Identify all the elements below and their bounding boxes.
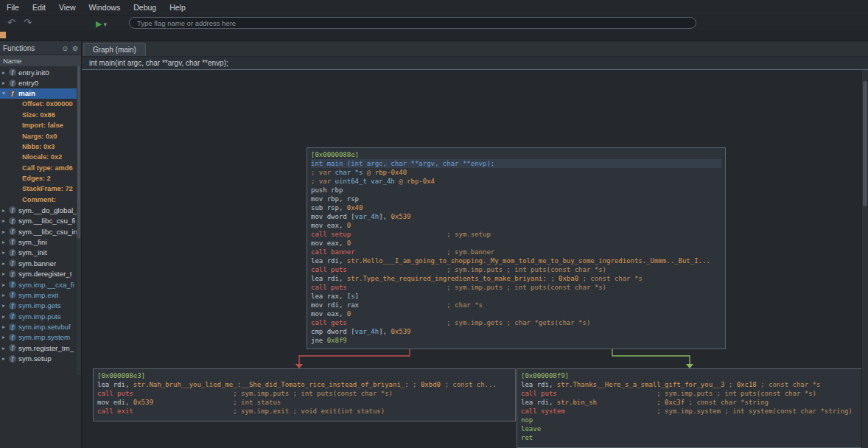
vertical-scrollbar-thumb[interactable]	[863, 81, 867, 206]
function-detail-row[interactable]: Comment:	[0, 195, 81, 205]
sidebar-scrollbar[interactable]	[77, 66, 81, 375]
asm-line[interactable]: mov eax, 0	[311, 221, 721, 230]
asm-line[interactable]: mov eax, 0	[311, 239, 721, 248]
expand-arrow-icon[interactable]: ▸	[2, 260, 9, 267]
asm-line[interactable]: mov edi, 0x539 ; int status	[97, 398, 511, 407]
expand-arrow-icon[interactable]: ▸	[2, 228, 9, 235]
menu-debug[interactable]: Debug	[127, 3, 163, 12]
expand-arrow-icon[interactable]: ▸	[2, 69, 9, 76]
expand-arrow-icon[interactable]: ▸	[2, 249, 9, 256]
expand-arrow-icon[interactable]: ▸	[2, 292, 9, 298]
menu-file[interactable]: File	[0, 3, 26, 12]
search-input[interactable]	[129, 17, 696, 29]
column-header-name[interactable]: Name	[0, 55, 81, 67]
asm-line[interactable]: call puts ; sym.imp.puts ; int puts(cons…	[311, 283, 721, 292]
asm-line[interactable]: ; var uint64_t var_4h @ rbp-0x4	[311, 177, 721, 186]
asm-line[interactable]: ; var char *s @ rbp-0x40	[311, 168, 721, 177]
menu-edit[interactable]: Edit	[26, 3, 52, 12]
asm-line[interactable]: lea rdi, str.Thanks__Here_s_a_small_gift…	[521, 380, 864, 389]
menu-view[interactable]: View	[52, 3, 83, 12]
basic-block-0x88e[interactable]: [0x0000088e]int main (int argc, char **a…	[307, 147, 726, 349]
function-detail-row[interactable]: Import: false	[0, 120, 81, 130]
expand-arrow-icon[interactable]: ▾	[2, 90, 9, 97]
menu-windows[interactable]: Windows	[83, 3, 127, 12]
asm-line[interactable]: call puts ; sym.imp.puts ; int puts(cons…	[311, 265, 721, 274]
function-detail-row[interactable]: Edges: 2	[0, 173, 81, 183]
asm-line[interactable]: call puts ; sym.imp.puts ; int puts(cons…	[521, 389, 864, 398]
function-detail-row[interactable]: StackFrame: 72	[0, 183, 81, 194]
asm-line[interactable]: nop	[521, 416, 864, 424]
function-item[interactable]: ▸ƒsym.__do_global_	[0, 205, 81, 215]
function-detail-row[interactable]: Offset: 0x00000	[0, 99, 81, 109]
asm-line[interactable]: mov eax, 0	[311, 309, 721, 318]
expand-arrow-icon[interactable]: ▸	[2, 207, 9, 214]
asm-line[interactable]: call exit ; sym.imp.exit ; void exit(int…	[97, 407, 511, 416]
function-item[interactable]: ▸ƒsym.__libc_csu_fi	[0, 215, 81, 225]
asm-line[interactable]: push rbp	[311, 186, 721, 195]
function-item[interactable]: ▸ƒsym.setup	[0, 354, 81, 364]
expand-arrow-icon[interactable]: ▸	[2, 80, 9, 86]
run-button[interactable]: ▶▾	[96, 15, 107, 32]
asm-line[interactable]: lea rax, [s]	[311, 292, 721, 301]
asm-line[interactable]: sub rsp, 0x40	[311, 203, 721, 212]
expand-arrow-icon[interactable]: ▸	[2, 270, 9, 277]
asm-line[interactable]: mov dword [var_4h], 0x539	[311, 212, 721, 221]
asm-line[interactable]: leave	[521, 424, 864, 433]
function-item[interactable]: ▸ƒsym.imp.gets	[0, 301, 81, 311]
asm-line[interactable]: jne 0x8f9	[311, 336, 721, 345]
function-detail-row[interactable]: Nbbs: 0x3	[0, 141, 81, 152]
function-item[interactable]: ▸ƒsym.register_tm_	[0, 343, 81, 353]
function-item[interactable]: ▸ƒsym.imp.setvbuf	[0, 321, 81, 332]
tab-graph-main[interactable]: Graph (main)	[83, 43, 146, 56]
function-detail-row[interactable]: Call type: amd6	[0, 163, 81, 173]
function-item[interactable]: ▸ƒsym.imp.exit	[0, 290, 81, 300]
function-item[interactable]: ▸ƒsym.banner	[0, 258, 81, 268]
asm-line[interactable]: cmp dword [var_4h], 0x539	[311, 327, 721, 336]
asm-line[interactable]: call system ; sym.imp.system ; int syste…	[521, 407, 864, 416]
panel-target-icon[interactable]: ⊙	[63, 45, 69, 52]
function-item[interactable]: ▸ƒsym.imp.system	[0, 332, 81, 343]
asm-line[interactable]: lea rdi, str.Nah_bruh__you_lied_me_:__Sh…	[97, 380, 511, 389]
panel-gear-icon[interactable]: ⚙	[72, 45, 78, 52]
asm-line[interactable]: lea rdi, str.Type_the_required_ingredien…	[311, 274, 721, 283]
asm-line[interactable]: int main (int argc, char **argv, char **…	[311, 159, 721, 168]
function-item[interactable]: ▸ƒentry.init0	[0, 67, 81, 77]
function-item[interactable]: ▸ƒsym.imp.__cxa_fi	[0, 279, 81, 290]
expand-arrow-icon[interactable]: ▸	[2, 217, 9, 224]
function-item[interactable]: ▸ƒsym._fini	[0, 237, 81, 247]
function-item[interactable]: ▸ƒentry0	[0, 77, 81, 88]
asm-line[interactable]: lea rdi, str.bin_sh ; 0xc3f ; const char…	[521, 398, 864, 407]
expand-arrow-icon[interactable]: ▸	[2, 313, 9, 320]
menu-help[interactable]: Help	[163, 3, 192, 12]
expand-arrow-icon[interactable]: ▸	[2, 355, 9, 362]
asm-line[interactable]: ret	[521, 433, 864, 442]
function-item[interactable]: ▾ƒmain	[0, 88, 81, 99]
graph-view[interactable]: [0x0000088e]int main (int argc, char **a…	[82, 70, 868, 448]
expand-arrow-icon[interactable]: ▸	[2, 334, 9, 340]
asm-line[interactable]: call banner ; sym.banner	[311, 248, 721, 256]
asm-line[interactable]: call puts ; sym.imp.puts ; int puts(cons…	[97, 389, 511, 398]
function-item[interactable]: ▸ƒsym.imp.puts	[0, 311, 81, 321]
expand-arrow-icon[interactable]: ▸	[2, 345, 9, 351]
function-item[interactable]: ▸ƒsym._init	[0, 248, 81, 258]
function-detail-row[interactable]: Nargs: 0x0	[0, 130, 81, 141]
expand-arrow-icon[interactable]: ▸	[2, 239, 9, 245]
back-icon[interactable]: ↶	[7, 16, 15, 29]
expand-arrow-icon[interactable]: ▸	[2, 323, 9, 330]
forward-icon[interactable]: ↷	[24, 16, 32, 29]
basic-block-0x8f9[interactable]: [0x000008f9]lea rdi, str.Thanks__Here_s_…	[517, 368, 868, 448]
asm-line[interactable]: call setup ; sym.setup	[311, 230, 721, 239]
expand-arrow-icon[interactable]: ▸	[2, 302, 9, 309]
asm-line[interactable]: mov rbp, rsp	[311, 195, 721, 203]
basic-block-0x8e3[interactable]: [0x000008e3]lea rdi, str.Nah_bruh__you_l…	[93, 368, 516, 421]
asm-line[interactable]: lea rdi, str.Hello___I_am_going_to_shopp…	[311, 256, 721, 265]
function-item[interactable]: ▸ƒsym.__libc_csu_in	[0, 226, 81, 237]
function-detail-row[interactable]: Size: 0x86	[0, 110, 81, 120]
function-detail-row[interactable]: Nlocals: 0x2	[0, 152, 81, 162]
asm-line[interactable]: call gets ; sym.imp.gets ; char *gets(ch…	[311, 318, 721, 327]
vertical-scrollbar[interactable]	[861, 70, 868, 448]
sidebar-scrollbar-thumb[interactable]	[77, 66, 80, 239]
asm-line[interactable]: mov rdi, rax ; char *s	[311, 301, 721, 309]
function-item[interactable]: ▸ƒsym.deregister_t	[0, 268, 81, 279]
expand-arrow-icon[interactable]: ▸	[2, 281, 9, 288]
